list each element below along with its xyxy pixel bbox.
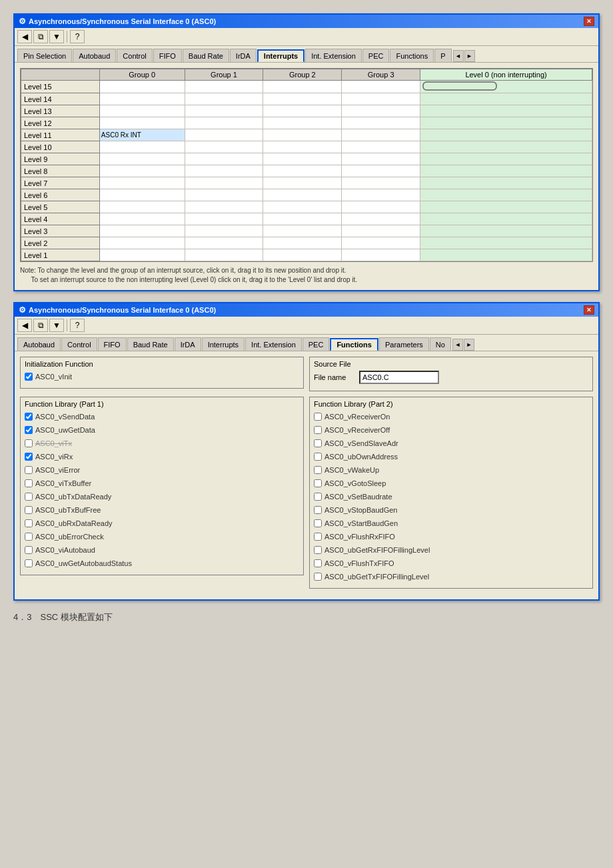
col-header-group1: Group 1 [185, 69, 263, 81]
func-lib1-checkbox-4[interactable] [25, 466, 33, 474]
func-lib1-checkbox-2[interactable] [25, 439, 33, 447]
level0-cell-8 [420, 177, 592, 189]
interrupts-content: Group 0 Group 1 Group 2 Group 3 Level 0 … [15, 63, 598, 290]
back-button-2[interactable]: ◀ [17, 319, 32, 332]
tab2-pec[interactable]: PEC [303, 337, 330, 351]
level-label: Level 9 [21, 153, 100, 165]
func-lib1-label-8: ASC0_ubRxDataReady [35, 519, 113, 527]
func-lib1-items: ASC0_vSendDataASC0_uwGetDataASC0_viTxASC… [25, 411, 299, 569]
func-lib1-col: Function Library (Part 1) ASC0_vSendData… [20, 397, 304, 594]
tab-baud-rate[interactable]: Baud Rate [183, 49, 229, 62]
interrupt-row: Level 4 [21, 213, 592, 225]
func-lib2-label-0: ASC0_vReceiverOn [324, 413, 390, 421]
copy-button-2[interactable]: ⧉ [33, 319, 48, 332]
tab-nav-left-1[interactable]: ◄ [453, 50, 464, 62]
func-lib1-label-7: ASC0_ubTxBufFree [35, 506, 101, 514]
interrupt-cell-4-1 [185, 129, 263, 141]
init-section-title: Initialization Function [25, 360, 299, 368]
tab-autobaud[interactable]: Autobaud [73, 49, 116, 62]
dropdown-button-2[interactable]: ▼ [49, 319, 64, 332]
tab-interrupts[interactable]: Interrupts [257, 49, 305, 63]
func-lib2-row-1: ASC0_vReceiverOff [314, 424, 588, 436]
interrupt-cell-6-3 [342, 153, 420, 165]
func-lib2-checkbox-10[interactable] [314, 546, 322, 554]
toolbar-2: ◀ ⧉ ▼ ? [15, 317, 598, 335]
interrupt-cell-9-1 [185, 189, 263, 201]
tab-nav-right-1[interactable]: ► [464, 50, 475, 62]
toolbar-separator-1 [67, 31, 67, 43]
interrupt-row: Level 8 [21, 165, 592, 177]
func-lib2-checkbox-5[interactable] [314, 479, 322, 487]
interrupt-cell-7-1 [185, 165, 263, 177]
tab-nav-left-2[interactable]: ◄ [452, 339, 463, 351]
func-lib2-row-9: ASC0_vFlushRxFIFO [314, 531, 588, 543]
tab2-fifo[interactable]: FIFO [98, 337, 127, 351]
tab-functions-1[interactable]: Functions [390, 49, 434, 62]
func-lib1-checkbox-8[interactable] [25, 519, 33, 527]
func-lib2-col: Function Library (Part 2) ASC0_vReceiver… [309, 397, 593, 594]
help-button-1[interactable]: ? [70, 30, 85, 43]
tab2-interrupts[interactable]: Interrupts [202, 337, 245, 351]
close-button-2[interactable]: ✕ [584, 305, 594, 315]
func-lib1-row-3: ASC0_viRx [25, 451, 299, 463]
func-lib2-checkbox-1[interactable] [314, 426, 322, 434]
func-lib1-checkbox-6[interactable] [25, 493, 33, 501]
tab2-autobaud[interactable]: Autobaud [17, 337, 61, 351]
dropdown-button-1[interactable]: ▼ [49, 30, 64, 43]
func-lib2-label-11: ASC0_vFlushTxFIFO [324, 559, 394, 567]
tab2-no[interactable]: No [430, 337, 451, 351]
func-lib2-checkbox-0[interactable] [314, 413, 322, 421]
copy-button-1[interactable]: ⧉ [33, 30, 48, 43]
close-button-1[interactable]: ✕ [584, 17, 594, 26]
func-lib2-checkbox-2[interactable] [314, 439, 322, 447]
help-button-2[interactable]: ? [70, 319, 85, 332]
init-checkbox-0[interactable] [25, 373, 33, 381]
tab-int-extension[interactable]: Int. Extension [305, 49, 362, 62]
func-lib1-row-7: ASC0_ubTxBufFree [25, 504, 299, 516]
tab-irda[interactable]: IrDA [230, 49, 257, 62]
func-lib1-checkbox-11[interactable] [25, 559, 33, 567]
tab2-int-extension[interactable]: Int. Extension [245, 337, 302, 351]
interrupt-cell-12-1 [185, 225, 263, 237]
func-lib2-checkbox-7[interactable] [314, 506, 322, 514]
tab2-control[interactable]: Control [61, 337, 97, 351]
level-label: Level 13 [21, 105, 100, 117]
func-lib1-checkbox-5[interactable] [25, 479, 33, 487]
tab-control[interactable]: Control [117, 49, 152, 62]
func-lib2-checkbox-3[interactable] [314, 453, 322, 461]
tab-pec[interactable]: PEC [362, 49, 390, 62]
func-lib2-checkbox-11[interactable] [314, 559, 322, 567]
interrupt-cell-7-0 [99, 165, 185, 177]
window-1-title-bar: ⚙ Asynchronous/Synchronous Serial Interf… [15, 15, 598, 28]
interrupt-cell-4-0[interactable]: ASC0 Rx INT [99, 129, 185, 141]
back-button-1[interactable]: ◀ [17, 30, 32, 43]
tab-pin-selection[interactable]: Pin Selection [17, 49, 72, 62]
func-lib1-checkbox-3[interactable] [25, 453, 33, 461]
interrupt-row: Level 5 [21, 201, 592, 213]
tab2-irda[interactable]: IrDA [175, 337, 201, 351]
func-lib1-checkbox-0[interactable] [25, 413, 33, 421]
tab-fifo[interactable]: FIFO [153, 49, 182, 62]
func-lib2-checkbox-8[interactable] [314, 519, 322, 527]
source-file-input[interactable] [359, 371, 439, 384]
func-lib2-checkbox-4[interactable] [314, 466, 322, 474]
func-lib1-label-3: ASC0_viRx [35, 453, 73, 461]
func-lib2-checkbox-12[interactable] [314, 573, 322, 581]
tab-nav-right-2[interactable]: ► [464, 339, 474, 351]
func-lib1-checkbox-7[interactable] [25, 506, 33, 514]
func-lib1-label-2: ASC0_viTx [35, 439, 72, 447]
func-lib2-checkbox-6[interactable] [314, 493, 322, 501]
level-label: Level 2 [21, 237, 100, 249]
tab-p[interactable]: P [434, 49, 451, 62]
func-lib2-checkbox-9[interactable] [314, 533, 322, 541]
level0-cell-12 [420, 225, 592, 237]
func-lib1-checkbox-1[interactable] [25, 426, 33, 434]
tab2-functions[interactable]: Functions [330, 338, 378, 351]
tab2-parameters[interactable]: Parameters [379, 337, 429, 351]
level0-cell-2 [420, 105, 592, 117]
func-lib2-row-10: ASC0_ubGetRxFIFOFillingLevel [314, 544, 588, 556]
func-lib1-checkbox-9[interactable] [25, 533, 33, 541]
app-icon-1: ⚙ [19, 17, 26, 26]
tab2-baud-rate[interactable]: Baud Rate [127, 337, 174, 351]
func-lib1-checkbox-10[interactable] [25, 546, 33, 554]
